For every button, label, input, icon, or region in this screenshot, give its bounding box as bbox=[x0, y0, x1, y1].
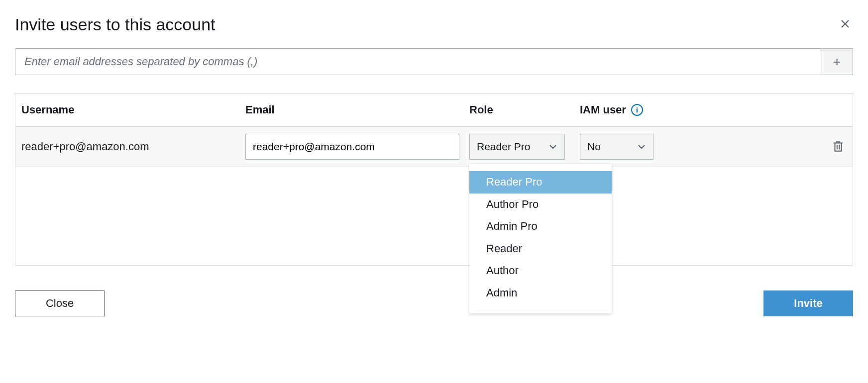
role-dropdown: Reader ProAuthor ProAdmin ProReaderAutho… bbox=[469, 164, 612, 313]
email-entry-row: + bbox=[15, 48, 853, 75]
header-iam: IAM user i bbox=[580, 103, 697, 116]
role-select-value: Reader Pro bbox=[477, 141, 530, 153]
add-email-button[interactable]: + bbox=[821, 48, 853, 75]
dialog-footer: Close Invite bbox=[15, 290, 853, 316]
role-option[interactable]: Reader bbox=[469, 238, 612, 260]
close-button[interactable]: Close bbox=[15, 290, 105, 316]
chevron-down-icon bbox=[548, 142, 557, 151]
email-field[interactable] bbox=[245, 134, 459, 160]
plus-icon: + bbox=[833, 54, 841, 70]
users-table: Username Email Role IAM user i reader+pr… bbox=[15, 93, 853, 266]
header-role: Role bbox=[469, 103, 580, 116]
info-icon[interactable]: i bbox=[631, 104, 643, 116]
table-row: reader+pro@amazon.com Reader Pro Reader … bbox=[15, 127, 853, 167]
role-option[interactable]: Admin Pro bbox=[469, 215, 612, 238]
role-option[interactable]: Author Pro bbox=[469, 193, 612, 216]
header-iam-label: IAM user bbox=[580, 103, 626, 116]
invite-button[interactable]: Invite bbox=[763, 290, 853, 316]
role-option[interactable]: Admin bbox=[469, 282, 612, 304]
iam-select[interactable]: No bbox=[580, 134, 653, 160]
role-option[interactable]: Reader Pro bbox=[469, 171, 612, 193]
cell-username: reader+pro@amazon.com bbox=[20, 140, 245, 153]
role-option[interactable]: Author bbox=[469, 260, 612, 282]
table-header-row: Username Email Role IAM user i bbox=[15, 94, 853, 127]
role-select[interactable]: Reader Pro bbox=[469, 134, 565, 160]
header-email: Email bbox=[245, 103, 469, 116]
iam-select-value: No bbox=[587, 141, 601, 153]
delete-row-button[interactable] bbox=[832, 140, 846, 154]
email-addresses-input[interactable] bbox=[15, 48, 821, 75]
header-username: Username bbox=[20, 103, 245, 116]
dialog-title: Invite users to this account bbox=[15, 15, 216, 34]
chevron-down-icon bbox=[637, 142, 646, 151]
close-icon[interactable] bbox=[837, 16, 853, 34]
